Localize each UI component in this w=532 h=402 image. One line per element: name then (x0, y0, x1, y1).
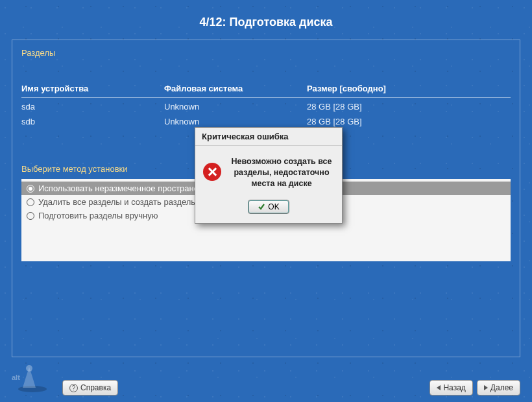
error-icon (203, 163, 221, 181)
back-button[interactable]: Назад (429, 380, 472, 396)
cell-size: 28 GB [28 GB] (307, 117, 511, 126)
partitions-section-label: Разделы (21, 48, 511, 58)
error-dialog: Критическая ошибка Невозможно создать вс… (195, 127, 343, 224)
ok-button[interactable]: OK (248, 200, 289, 214)
cell-device: sda (21, 102, 164, 112)
help-button-label: Справка (80, 383, 111, 392)
help-icon: ? (69, 384, 78, 392)
help-button[interactable]: ? Справка (62, 380, 118, 396)
cell-fs: Unknown (164, 102, 307, 112)
table-row[interactable]: sdb Unknown 28 GB [28 GB] (21, 113, 511, 128)
header-fs: Файловая система (164, 84, 307, 93)
check-icon (258, 203, 265, 211)
arrow-right-icon (484, 385, 488, 390)
dialog-message: Невозможно создать все разделы, недостат… (229, 156, 334, 189)
back-button-label: Назад (443, 383, 465, 392)
method-label-text: Подготовить разделы вручную (38, 211, 158, 220)
header-size: Размер [свободно] (307, 84, 511, 93)
arrow-left-icon (437, 385, 441, 390)
table-header: Имя устройства Файловая система Размер [… (21, 84, 511, 98)
svg-point-1 (26, 365, 32, 372)
ok-button-label: OK (268, 202, 279, 211)
radio-icon (27, 185, 34, 193)
radio-icon (27, 212, 34, 220)
svg-text:alt: alt (12, 373, 20, 381)
dialog-title: Критическая ошибка (195, 128, 342, 146)
table-row[interactable]: sda Unknown 28 GB [28 GB] (21, 98, 511, 113)
cell-size: 28 GB [28 GB] (307, 102, 511, 112)
radio-icon (27, 198, 34, 206)
cell-device: sdb (21, 117, 164, 126)
next-button[interactable]: Далее (477, 380, 520, 396)
header-device: Имя устройства (21, 84, 164, 93)
cell-fs: Unknown (164, 117, 307, 126)
page-title: 4/12: Подготовка диска (0, 0, 532, 40)
method-label-text: Использовать неразмеченное пространство (38, 183, 211, 193)
alt-logo: alt (6, 361, 52, 393)
next-button-label: Далее (490, 383, 513, 392)
bottom-bar: alt ? Справка Назад Далее (0, 380, 532, 396)
